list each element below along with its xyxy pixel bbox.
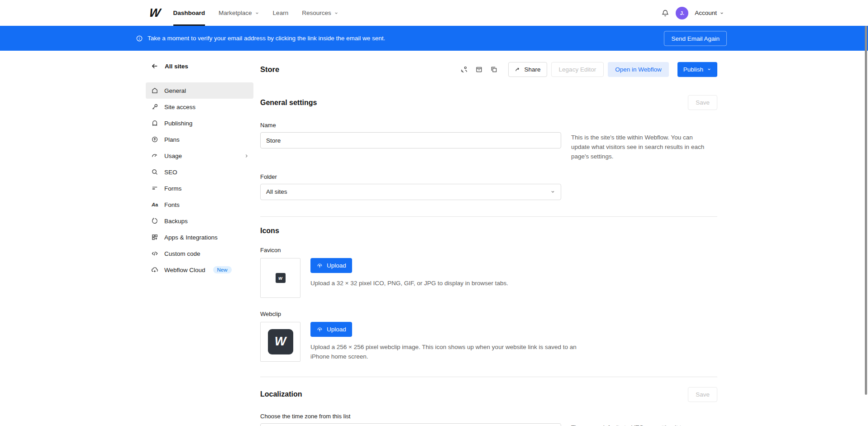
webclip-upload-button[interactable]: Upload [310, 322, 352, 337]
sidebar-item-backups[interactable]: Backups [146, 213, 253, 229]
timezone-help-text: Time zone defaults to UTC, so setting it… [571, 423, 711, 426]
upload-icon [316, 326, 323, 333]
upload-icon [316, 262, 323, 269]
sidebar-item-label: Usage [164, 153, 182, 159]
info-icon [136, 35, 143, 42]
legacy-editor-button[interactable]: Legacy Editor [551, 62, 604, 77]
chevron-down-icon [255, 11, 259, 15]
notifications-bell-icon[interactable] [661, 9, 669, 17]
cloud-icon [151, 266, 158, 273]
name-label: Name [260, 122, 717, 129]
sidebar-item-label: Webflow Cloud [164, 267, 205, 273]
publish-button[interactable]: Publish [677, 62, 717, 77]
webclip-preview: W [260, 322, 300, 362]
back-label: All sites [165, 63, 188, 70]
sidebar-item-label: Backups [164, 218, 188, 225]
favicon-upload-button[interactable]: Upload [310, 258, 352, 273]
fonts-aa-icon: Aa [151, 201, 158, 208]
sidebar-item-label: Forms [164, 185, 181, 192]
publish-label: Publish [683, 66, 703, 73]
main-content: Store Share [260, 51, 717, 426]
chevron-down-icon [334, 11, 339, 15]
section-title: Icons [260, 227, 279, 235]
webclip-image: W [268, 329, 293, 354]
sidebar-item-seo[interactable]: SEO [146, 164, 253, 180]
localization-header: Localization Save [260, 387, 717, 402]
sidebar-item-publishing[interactable]: Publishing [146, 115, 253, 131]
timezone-select[interactable]: [GMT+2:00] Europe/Paris [260, 423, 561, 426]
sidebar-item-label: Site access [164, 104, 196, 110]
nav-item-label: Dashboard [173, 10, 205, 16]
sidebar-item-site-access[interactable]: Site access [146, 99, 253, 115]
sidebar-item-fonts[interactable]: Aa Fonts [146, 196, 253, 213]
sidebar-item-custom-code[interactable]: Custom code [146, 245, 253, 262]
nav-item-learn[interactable]: Learn [273, 0, 289, 26]
nav-item-marketplace[interactable]: Marketplace [219, 0, 259, 26]
plans-up-circle-icon [151, 136, 158, 143]
page-title: Store [260, 65, 279, 74]
chevron-down-icon [720, 11, 724, 15]
back-to-all-sites[interactable]: All sites [146, 62, 253, 70]
history-icon [151, 217, 158, 225]
nav-item-label: Marketplace [219, 10, 252, 16]
share-button[interactable]: Share [508, 62, 547, 77]
nav-item-dashboard[interactable]: Dashboard [173, 0, 205, 26]
webclip-label: Webclip [260, 311, 717, 317]
transfer-site-icon[interactable] [460, 66, 468, 73]
site-name-input[interactable] [260, 132, 561, 148]
back-arrow-icon [151, 62, 158, 70]
icons-section-header: Icons [260, 227, 717, 235]
sidebar-item-label: Custom code [164, 250, 200, 257]
account-label: Account [695, 10, 717, 16]
sidebar-item-usage[interactable]: Usage [146, 148, 253, 164]
site-header-row: Store Share [260, 62, 717, 77]
sidebar-item-plans[interactable]: Plans [146, 131, 253, 148]
upload-label: Upload [327, 262, 346, 269]
sidebar-item-label: General [164, 87, 186, 94]
top-navigation: W Dashboard Marketplace Learn Resources [0, 0, 868, 26]
search-icon [151, 168, 158, 176]
localization-save-button[interactable]: Save [688, 387, 717, 402]
share-arrow-icon [515, 66, 521, 72]
sidebar-item-general[interactable]: General [146, 82, 253, 99]
webflow-dashboard-page: W Dashboard Marketplace Learn Resources [0, 0, 868, 426]
webclip-upload-row: W Upload Upload a 256 × 256 pixel webcli… [260, 322, 717, 362]
divider [260, 377, 717, 377]
nav-item-label: Resources [302, 10, 331, 16]
nav-item-resources[interactable]: Resources [302, 0, 339, 26]
archive-icon[interactable] [475, 66, 483, 73]
sidebar-item-webflow-cloud[interactable]: Webflow Cloud New [146, 262, 253, 278]
general-save-button[interactable]: Save [688, 95, 717, 110]
sidebar-item-label: Publishing [164, 120, 192, 127]
open-in-webflow-button[interactable]: Open in Webflow [608, 62, 669, 77]
share-label: Share [525, 66, 541, 73]
scrollbar-track[interactable] [863, 26, 868, 426]
send-email-again-button[interactable]: Send Email Again [664, 31, 727, 46]
favicon-help-text: Upload a 32 × 32 pixel ICO, PNG, GIF, or… [310, 279, 508, 288]
favicon-label: Favicon [260, 247, 717, 254]
code-icon [151, 250, 158, 257]
sidebar-item-label: Apps & Integrations [164, 234, 218, 241]
favicon-preview: w [260, 258, 300, 298]
settings-sidebar: All sites General Site access Publishing [146, 51, 253, 278]
folder-select[interactable]: All sites [260, 184, 561, 200]
avatar[interactable]: J. [676, 7, 688, 19]
scrollbar-thumb[interactable] [865, 26, 867, 395]
webflow-logo[interactable]: W [148, 6, 161, 20]
upload-label: Upload [327, 326, 346, 333]
duplicate-icon[interactable] [490, 66, 498, 73]
favicon-upload-row: w Upload Upload a 32 × 32 pixel ICO, PNG… [260, 258, 717, 298]
banner-message: Take a moment to verify your email addre… [148, 35, 385, 42]
folder-selected-value: All sites [266, 188, 287, 195]
apps-grid-plus-icon [151, 234, 158, 241]
new-badge: New [213, 266, 232, 273]
sidebar-item-apps-integrations[interactable]: Apps & Integrations [146, 229, 253, 245]
general-settings-header: General settings Save [260, 95, 717, 110]
usage-gauge-icon [151, 152, 158, 159]
account-menu[interactable]: Account [695, 10, 724, 16]
sidebar-item-label: Plans [164, 136, 180, 143]
chevron-down-icon [707, 67, 711, 72]
timezone-label: Choose the time zone from this list [260, 413, 717, 420]
name-help-text: This is the site's title within Webflow.… [571, 133, 711, 162]
sidebar-item-forms[interactable]: Forms [146, 180, 253, 196]
